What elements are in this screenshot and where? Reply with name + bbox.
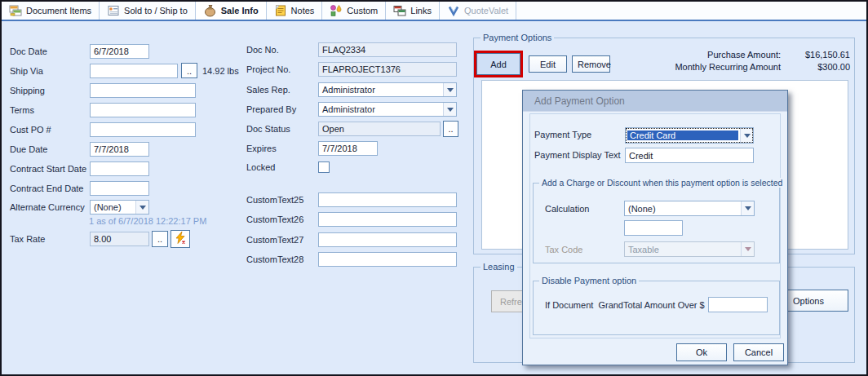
- add-payment-option-dialog: Add Payment Option Payment Type Credit C…: [522, 90, 788, 365]
- customtext25-label: CustomText25: [246, 195, 303, 205]
- payment-type-dropdown[interactable]: Credit Card: [625, 127, 754, 144]
- doc-no-label: Doc No.: [246, 45, 279, 55]
- doc-status-browse-button[interactable]: ..: [443, 121, 458, 137]
- prepared-by-value: Administrator: [319, 104, 443, 114]
- expires-label: Expires: [246, 144, 277, 153]
- tax-rate-lightning-button[interactable]: [170, 230, 190, 248]
- remove-payment-button[interactable]: Remove: [572, 55, 610, 73]
- grand-total-field[interactable]: [708, 297, 768, 312]
- sales-rep-dropdown[interactable]: Administrator: [318, 82, 457, 97]
- due-date-label: Due Date: [10, 144, 47, 154]
- calculation-value: (None): [625, 204, 741, 214]
- customtext26-field[interactable]: [318, 212, 457, 227]
- ship-via-browse-button[interactable]: ..: [181, 63, 197, 78]
- contract-end-label: Contract End Date: [10, 184, 84, 193]
- tab-notes[interactable]: Notes: [267, 2, 323, 20]
- doc-no-field[interactable]: [318, 42, 457, 57]
- payment-display-text-field[interactable]: [625, 148, 754, 163]
- links-icon: [393, 4, 406, 17]
- chevron-down-icon: [443, 83, 456, 96]
- terms-label: Terms: [10, 105, 34, 115]
- prepared-by-label: Prepared By: [246, 104, 296, 114]
- weight-label: 14.92 lbs: [202, 66, 239, 76]
- ok-button[interactable]: Ok: [676, 343, 727, 361]
- tab-label: Links: [410, 6, 432, 15]
- due-date-field[interactable]: [90, 142, 149, 157]
- project-no-label: Project No.: [246, 64, 290, 74]
- charge-discount-group-title: Add a Charge or Discount when this payme…: [539, 178, 785, 188]
- contract-end-field[interactable]: [90, 181, 149, 196]
- purchase-amount-label: Purchase Amount:: [618, 50, 781, 60]
- cust-po-label: Cust PO #: [10, 125, 51, 135]
- shipping-label: Shipping: [10, 86, 45, 95]
- payment-options-group-title: Payment Options: [480, 33, 554, 42]
- dialog-titlebar[interactable]: Add Payment Option: [523, 91, 787, 112]
- customtext25-field[interactable]: [318, 192, 457, 207]
- leasing-group-title: Leasing: [480, 262, 517, 272]
- exchange-rate-note: 1 as of 6/7/2018 12:22:17 PM: [89, 216, 206, 226]
- terms-field[interactable]: [90, 103, 196, 117]
- payment-type-value: Credit Card: [627, 130, 738, 140]
- payment-display-text-label: Payment Display Text: [534, 150, 621, 160]
- doc-date-label: Doc Date: [10, 46, 47, 56]
- tab-links[interactable]: Links: [386, 2, 440, 20]
- doc-date-field[interactable]: [90, 44, 149, 59]
- add-payment-button[interactable]: Add: [476, 53, 520, 75]
- tax-code-label: Tax Code: [545, 245, 582, 254]
- customtext27-label: CustomText27: [246, 235, 303, 245]
- customtext28-label: CustomText28: [246, 254, 303, 264]
- disable-payment-group-title: Disable Payment option: [539, 276, 639, 285]
- purchase-amount-value: $16,150.61: [783, 50, 850, 60]
- tax-rate-label: Tax Rate: [10, 234, 45, 244]
- ok-button-label: Ok: [696, 347, 707, 357]
- tab-sale-info[interactable]: Sale Info: [196, 2, 267, 20]
- dialog-title: Add Payment Option: [534, 95, 625, 107]
- sales-rep-label: Sales Rep.: [246, 85, 290, 95]
- alt-currency-label: Alternate Currency: [10, 202, 85, 212]
- customtext28-field[interactable]: [318, 252, 457, 267]
- charge-amount-field[interactable]: [624, 220, 683, 236]
- contract-start-label: Contract Start Date: [10, 164, 86, 174]
- tax-rate-browse-button[interactable]: ..: [152, 231, 168, 247]
- chevron-down-icon: [741, 242, 754, 256]
- tab-quotevalet[interactable]: QuoteValet: [440, 2, 516, 20]
- contract-start-field[interactable]: [90, 161, 149, 176]
- tax-code-dropdown[interactable]: Taxable: [624, 241, 755, 257]
- sales-rep-value: Administrator: [319, 85, 443, 95]
- tab-label: Sold to / Ship to: [124, 6, 188, 15]
- ship-via-field[interactable]: [90, 64, 178, 78]
- customtext27-field[interactable]: [318, 232, 457, 247]
- tab-sold-to-ship-to[interactable]: Sold to / Ship to: [100, 2, 196, 20]
- prepared-by-dropdown[interactable]: Administrator: [318, 102, 457, 117]
- chevron-down-icon: [740, 128, 753, 143]
- tab-document-items[interactable]: Document Items: [2, 2, 100, 20]
- alt-currency-dropdown[interactable]: (None): [90, 200, 149, 215]
- grand-total-label: If Document GrandTotal Amount Over $: [545, 300, 705, 310]
- tab-label: Sale Info: [221, 6, 259, 15]
- payment-type-label: Payment Type: [534, 130, 591, 139]
- lightning-icon: [174, 231, 187, 245]
- locked-label: Locked: [246, 162, 275, 172]
- tab-label: Notes: [291, 6, 315, 15]
- add-button-annotation: Add: [474, 51, 523, 77]
- document-items-icon: [9, 4, 22, 17]
- calculation-dropdown[interactable]: (None): [624, 201, 755, 216]
- expires-field[interactable]: [318, 141, 378, 156]
- tab-custom[interactable]: Custom: [322, 2, 386, 20]
- custom-icon: [330, 4, 343, 17]
- locked-checkbox[interactable]: [318, 161, 330, 173]
- project-no-field[interactable]: [318, 62, 457, 77]
- tab-bar: Document Items Sold to / Ship to Sale In…: [2, 2, 866, 21]
- tax-rate-field[interactable]: [90, 232, 149, 246]
- cust-po-field[interactable]: [90, 122, 196, 137]
- tab-label: Document Items: [26, 6, 91, 15]
- doc-status-field[interactable]: [318, 122, 441, 136]
- edit-payment-button[interactable]: Edit: [529, 55, 567, 73]
- cancel-button[interactable]: Cancel: [733, 343, 784, 361]
- ship-via-label: Ship Via: [10, 66, 43, 76]
- shipping-field[interactable]: [90, 83, 196, 98]
- chevron-down-icon: [741, 201, 754, 215]
- sold-to-ship-to-icon: [107, 4, 120, 17]
- notes-icon: [274, 4, 287, 17]
- calculation-label: Calculation: [545, 204, 589, 214]
